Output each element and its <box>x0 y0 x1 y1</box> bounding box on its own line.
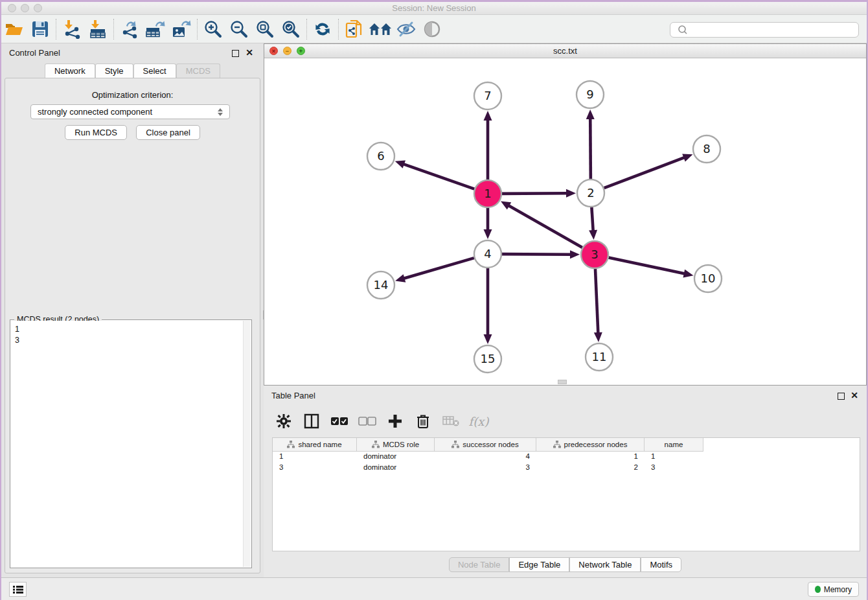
duplicate-network-icon[interactable] <box>341 17 367 41</box>
graph-edge-3-10[interactable] <box>609 258 686 274</box>
node-table[interactable]: shared name MCDS role successor nodes pr… <box>272 437 860 551</box>
tab-edge-table[interactable]: Edge Table <box>509 557 569 572</box>
search-input[interactable] <box>690 23 858 36</box>
open-folder-icon[interactable] <box>1 17 27 41</box>
search-icon <box>676 24 690 36</box>
add-column-plus-icon[interactable] <box>384 410 406 432</box>
graph-edge-3-11[interactable] <box>595 269 598 334</box>
cell-successor-nodes[interactable]: 4 <box>435 452 536 463</box>
graph-edge-arrowhead <box>484 334 492 344</box>
graph-node-9[interactable]: 9 <box>577 81 604 108</box>
column-header-name[interactable]: name <box>645 438 703 452</box>
memory-button[interactable]: Memory <box>808 582 859 597</box>
graph-edge-arrowhead <box>682 154 692 161</box>
column-header-mcds-role[interactable]: MCDS role <box>357 438 435 452</box>
canvas-splitter-nub[interactable] <box>558 380 567 384</box>
delete-column-trash-icon[interactable] <box>412 410 434 432</box>
mcds-result-line: 1 <box>15 324 239 335</box>
select-all-checkboxes-icon[interactable] <box>328 410 350 432</box>
graph-edge-2-9[interactable] <box>590 117 591 179</box>
close-table-panel-icon[interactable]: ✕ <box>851 391 858 400</box>
tab-mcds[interactable]: MCDS <box>176 63 220 78</box>
cell-mcds-role[interactable]: dominator <box>357 452 435 463</box>
graph-edge-1-6[interactable] <box>402 164 474 189</box>
float-table-panel-icon[interactable] <box>838 393 845 400</box>
cell-successor-nodes[interactable]: 3 <box>435 463 536 474</box>
export-image-icon[interactable] <box>168 17 194 41</box>
graph-node-label: 11 <box>592 350 607 363</box>
result-scrollbar[interactable] <box>243 321 251 567</box>
table-toolbar: f(x) <box>273 408 490 434</box>
tab-motifs[interactable]: Motifs <box>641 557 681 572</box>
zoom-out-icon[interactable] <box>226 17 252 41</box>
cell-mcds-role[interactable]: dominator <box>357 463 435 474</box>
graph-node-10[interactable]: 10 <box>694 265 722 292</box>
graph-edge-3-1[interactable] <box>507 205 582 248</box>
table-header-row: shared name MCDS role successor nodes pr… <box>273 438 860 452</box>
export-table-icon[interactable] <box>143 17 168 41</box>
graph-node-8[interactable]: 8 <box>693 135 720 163</box>
graph-node-2[interactable]: 2 <box>577 179 604 207</box>
refresh-view-icon[interactable] <box>310 17 336 41</box>
graph-edge-2-8[interactable] <box>604 157 686 188</box>
export-network-icon[interactable] <box>117 17 143 41</box>
task-history-button[interactable] <box>9 582 27 597</box>
close-panel-icon[interactable]: ✕ <box>246 48 253 57</box>
tab-network[interactable]: Network <box>45 63 95 78</box>
graph-edge-arrowhead <box>586 110 595 119</box>
network-window-titlebar[interactable]: × − + scc.txt <box>264 44 866 58</box>
run-mcds-button[interactable]: Run MCDS <box>65 125 127 140</box>
zoom-selected-icon[interactable] <box>278 17 304 41</box>
table-row[interactable]: 1 dominator 4 1 1 <box>273 452 860 463</box>
cell-name[interactable]: 1 <box>645 452 703 463</box>
graph-node-4[interactable]: 4 <box>474 240 501 268</box>
graph-node-3[interactable]: 3 <box>581 241 608 268</box>
graph-edge-1-2[interactable] <box>502 193 568 194</box>
column-header-shared-name[interactable]: shared name <box>273 438 357 452</box>
cell-predecessor-nodes[interactable]: 1 <box>536 452 645 463</box>
cell-predecessor-nodes[interactable]: 2 <box>536 463 645 474</box>
home-layout-icon[interactable] <box>367 17 393 41</box>
graph-edge-arrowhead <box>570 250 580 259</box>
graph-node-14[interactable]: 14 <box>367 271 394 299</box>
save-session-icon[interactable] <box>27 17 53 41</box>
graph-node-7[interactable]: 7 <box>474 82 501 110</box>
graph-edge-2-3[interactable] <box>591 207 593 232</box>
graph-node-11[interactable]: 11 <box>586 343 613 371</box>
float-panel-icon[interactable] <box>232 50 239 57</box>
column-header-successor-nodes[interactable]: successor nodes <box>435 438 536 452</box>
control-panel: Control Panel ✕ Network Style Select MCD… <box>1 43 264 577</box>
import-table-icon[interactable] <box>85 17 111 41</box>
tab-select[interactable]: Select <box>133 63 176 78</box>
graph-edge-4-14[interactable] <box>403 258 474 279</box>
graph-node-15[interactable]: 15 <box>474 345 501 373</box>
network-canvas[interactable]: 7968124314101511 <box>264 58 866 385</box>
cell-name[interactable]: 3 <box>645 463 703 474</box>
zoom-fit-icon[interactable] <box>252 17 278 41</box>
mcds-result-text[interactable]: 1 3 <box>11 321 243 567</box>
graph-node-label: 15 <box>481 352 496 365</box>
show-column-panel-icon[interactable] <box>301 410 323 432</box>
table-row[interactable]: 3 dominator 3 2 3 <box>273 463 860 474</box>
graph-node-1[interactable]: 1 <box>474 180 501 207</box>
graph-node-6[interactable]: 6 <box>367 143 394 170</box>
table-settings-gear-icon[interactable] <box>273 410 295 432</box>
zoom-in-icon[interactable] <box>200 17 226 41</box>
deselect-all-checkboxes-icon[interactable] <box>356 410 378 432</box>
tab-network-table[interactable]: Network Table <box>569 557 641 572</box>
control-panel-header: Control Panel ✕ <box>1 46 264 60</box>
cell-shared-name[interactable]: 3 <box>273 463 357 474</box>
criterion-dropdown[interactable]: strongly connected component <box>30 104 230 119</box>
column-header-predecessor-nodes[interactable]: predecessor nodes <box>536 438 645 452</box>
close-panel-button[interactable]: Close panel <box>136 125 200 140</box>
mcds-result-box: MCDS result (2 nodes) 1 3 <box>10 319 252 568</box>
tab-node-table[interactable]: Node Table <box>449 557 510 572</box>
table-panel: Table Panel ✕ <box>264 387 867 577</box>
hide-eye-icon[interactable] <box>393 17 419 41</box>
graph-edge-4-3[interactable] <box>502 254 572 255</box>
graph-node-label: 3 <box>591 248 598 261</box>
cell-shared-name[interactable]: 1 <box>273 452 357 463</box>
app-window: Session: New Session <box>0 0 868 600</box>
tab-style[interactable]: Style <box>95 63 133 78</box>
import-network-icon[interactable] <box>59 17 85 41</box>
